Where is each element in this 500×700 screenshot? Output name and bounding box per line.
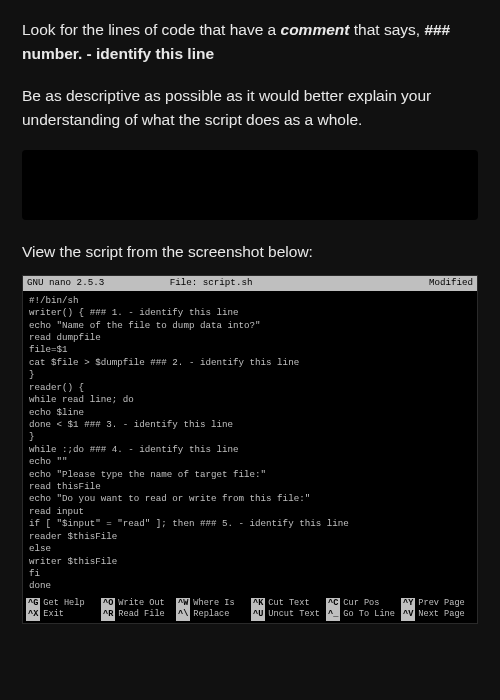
shortcut-item: ^GGet Help bbox=[25, 598, 100, 610]
shortcut-item: ^_Go To Line bbox=[325, 609, 400, 621]
code-line: reader $thisFile bbox=[29, 531, 471, 543]
shortcut-label: Cur Pos bbox=[343, 598, 379, 610]
shortcut-item: ^VNext Page bbox=[400, 609, 475, 621]
terminal-titlebar: GNU nano 2.5.3 File: script.sh Modified bbox=[23, 276, 477, 290]
shortcut-key: ^_ bbox=[326, 609, 340, 621]
shortcut-item: ^RRead File bbox=[100, 609, 175, 621]
code-line: while read line; do bbox=[29, 394, 471, 406]
code-line: read dumpfile bbox=[29, 332, 471, 344]
shortcut-item: ^YPrev Page bbox=[400, 598, 475, 610]
code-line: done bbox=[29, 580, 471, 592]
shortcut-label: Prev Page bbox=[418, 598, 464, 610]
code-line: read input bbox=[29, 506, 471, 518]
redacted-region bbox=[22, 150, 478, 220]
shortcut-label: Where Is bbox=[193, 598, 234, 610]
shortcut-label: Exit bbox=[43, 609, 64, 621]
terminal-body: #!/bin/shwriter() { ### 1. - identify th… bbox=[23, 291, 477, 597]
shortcut-item: ^UUncut Text bbox=[250, 609, 325, 621]
shortcut-key: ^K bbox=[251, 598, 265, 610]
code-line: writer() { ### 1. - identify this line bbox=[29, 307, 471, 319]
shortcut-key: ^G bbox=[26, 598, 40, 610]
code-line: while :;do ### 4. - identify this line bbox=[29, 444, 471, 456]
instruction-line-2: Be as descriptive as possible as it woul… bbox=[22, 84, 478, 132]
shortcut-key: ^X bbox=[26, 609, 40, 621]
code-line: file=$1 bbox=[29, 344, 471, 356]
shortcut-label: Read File bbox=[118, 609, 164, 621]
instr1-comment-word: comment bbox=[281, 21, 350, 38]
code-line: echo "Do you want to read or write from … bbox=[29, 493, 471, 505]
code-line: done < $1 ### 3. - identify this line bbox=[29, 419, 471, 431]
code-line: #!/bin/sh bbox=[29, 295, 471, 307]
terminal-app-name: GNU nano 2.5.3 bbox=[27, 277, 170, 289]
shortcut-label: Get Help bbox=[43, 598, 84, 610]
code-line: fi bbox=[29, 568, 471, 580]
shortcut-item: ^XExit bbox=[25, 609, 100, 621]
shortcut-key: ^Y bbox=[401, 598, 415, 610]
instr1-c: that says, bbox=[349, 21, 424, 38]
shortcut-key: ^O bbox=[101, 598, 115, 610]
shortcut-label: Next Page bbox=[418, 609, 464, 621]
terminal-footer: ^GGet Help^OWrite Out^WWhere Is^KCut Tex… bbox=[23, 597, 477, 623]
shortcut-item: ^WWhere Is bbox=[175, 598, 250, 610]
code-line: } bbox=[29, 431, 471, 443]
shortcut-key: ^C bbox=[326, 598, 340, 610]
code-line: read thisFile bbox=[29, 481, 471, 493]
shortcut-label: Uncut Text bbox=[268, 609, 320, 621]
shortcut-key: ^W bbox=[176, 598, 190, 610]
code-line: reader() { bbox=[29, 382, 471, 394]
shortcut-key: ^U bbox=[251, 609, 265, 621]
code-line: echo $line bbox=[29, 407, 471, 419]
shortcut-label: Go To Line bbox=[343, 609, 395, 621]
shortcut-label: Replace bbox=[193, 609, 229, 621]
shortcut-key: ^\ bbox=[176, 609, 190, 621]
code-line: writer $thisFile bbox=[29, 556, 471, 568]
code-line: } bbox=[29, 369, 471, 381]
shortcut-item: ^CCur Pos bbox=[325, 598, 400, 610]
terminal-file-label: File: script.sh bbox=[170, 277, 393, 289]
code-line: echo "Please type the name of target fil… bbox=[29, 469, 471, 481]
screenshot-caption: View the script from the screenshot belo… bbox=[22, 240, 478, 263]
shortcut-item: ^\Replace bbox=[175, 609, 250, 621]
shortcut-label: Write Out bbox=[118, 598, 164, 610]
shortcut-item: ^OWrite Out bbox=[100, 598, 175, 610]
terminal-status: Modified bbox=[393, 277, 473, 289]
code-line: cat $file > $dumpfile ### 2. - identify … bbox=[29, 357, 471, 369]
shortcut-item: ^KCut Text bbox=[250, 598, 325, 610]
code-line: echo "" bbox=[29, 456, 471, 468]
code-line: echo "Name of the file to dump data into… bbox=[29, 320, 471, 332]
shortcut-label: Cut Text bbox=[268, 598, 309, 610]
code-line: if [ "$input" = "read" ]; then ### 5. - … bbox=[29, 518, 471, 530]
instruction-line-1: Look for the lines of code that have a c… bbox=[22, 18, 478, 66]
code-line: else bbox=[29, 543, 471, 555]
shortcut-key: ^V bbox=[401, 609, 415, 621]
shortcut-key: ^R bbox=[101, 609, 115, 621]
terminal-window: GNU nano 2.5.3 File: script.sh Modified … bbox=[22, 275, 478, 624]
instr1-a: Look for the lines of code that have a bbox=[22, 21, 281, 38]
